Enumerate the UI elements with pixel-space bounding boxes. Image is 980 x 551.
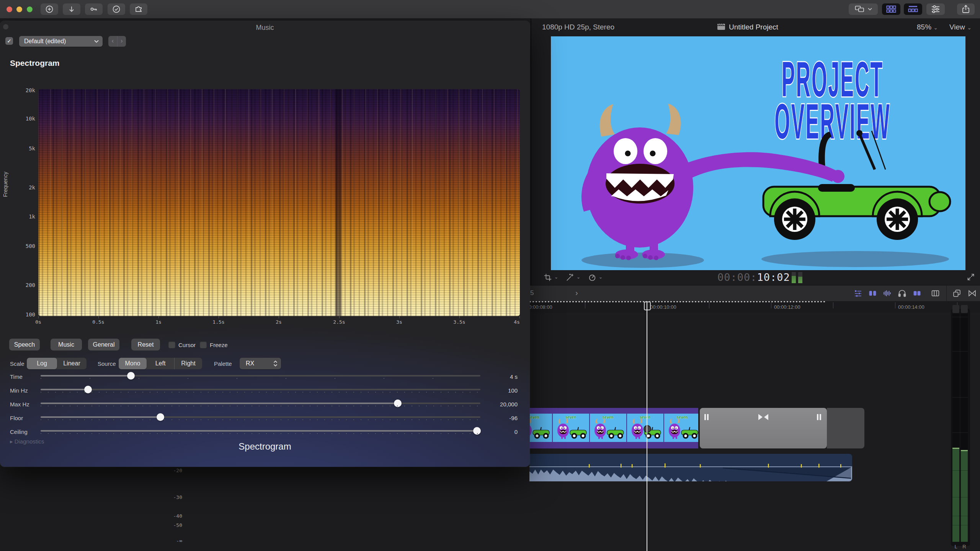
clip-range-dashes (529, 301, 826, 302)
bowtie-icon[interactable] (968, 289, 977, 298)
timeline-title-fragment: 5 (530, 289, 534, 297)
scale-segmented-control[interactable]: Log Linear (27, 358, 87, 369)
window-footer-title: Spectrogram (0, 441, 530, 452)
extensions-button[interactable] (130, 3, 147, 15)
slider-value: -96 (509, 415, 518, 421)
scale-linear-option[interactable]: Linear (57, 358, 87, 369)
slider-label: Time (10, 373, 23, 380)
y-tick: 500 (18, 243, 35, 249)
preset-nav-buttons[interactable]: ‹ › (108, 36, 126, 47)
playhead-line[interactable] (647, 302, 647, 551)
source-mono-option[interactable]: Mono (119, 358, 147, 369)
time-slider-row: Time 4 s (10, 371, 518, 384)
meter-tick: -20 (167, 468, 182, 473)
floor-slider[interactable] (41, 416, 480, 418)
effects-wand-button[interactable] (566, 273, 574, 282)
preset-dropdown[interactable]: Default (edited) (19, 36, 103, 47)
spectrogram-plot[interactable] (38, 89, 520, 316)
gap-clip[interactable] (700, 408, 827, 448)
speech-preset-button[interactable]: Speech (9, 339, 40, 350)
audio-clip[interactable] (529, 454, 852, 481)
crop-tool-button[interactable] (544, 273, 552, 282)
meter-tick: -50 (167, 522, 182, 528)
timeline-index-icon (908, 5, 918, 13)
y-tick: 5k (18, 145, 35, 152)
canvas-artwork: PROJECT OVERVIEW (551, 36, 965, 270)
trim-tool-button[interactable] (868, 289, 877, 298)
mini-audio-meter-right[interactable] (798, 272, 802, 283)
browser-grid-icon (886, 5, 896, 13)
preset-forward-button[interactable]: › (118, 36, 126, 47)
x-tick: 1.5s (212, 319, 224, 325)
max-hz-slider[interactable] (41, 403, 480, 404)
background-tasks-button[interactable] (108, 3, 125, 15)
preset-back-button[interactable]: ‹ (108, 36, 118, 47)
snapping-button[interactable] (913, 289, 921, 298)
x-tick: 2.5s (333, 319, 345, 325)
x-tick: 3.5s (453, 319, 465, 325)
palette-label: Palette (214, 360, 232, 367)
expand-icon[interactable] (967, 273, 975, 281)
plus-circle-button[interactable] (41, 3, 58, 15)
ceiling-slider[interactable] (41, 430, 480, 432)
import-button[interactable] (63, 3, 80, 15)
palette-dropdown[interactable]: RX (240, 358, 281, 369)
playhead-knob[interactable] (644, 425, 651, 433)
preset-dropdown-value: Default (edited) (24, 38, 66, 45)
freeze-checkbox[interactable] (200, 341, 207, 348)
keywords-button[interactable] (85, 3, 103, 15)
minimize-window-button[interactable] (16, 7, 22, 12)
key-icon (89, 5, 98, 14)
headphones-icon[interactable] (898, 289, 906, 298)
project-title: Untitled Project (729, 23, 778, 31)
pause-mark-icon (704, 414, 706, 420)
y-tick: 20k (18, 87, 35, 93)
meter-tick: -30 (167, 494, 182, 500)
cursor-checkbox[interactable] (168, 341, 175, 348)
scale-log-option[interactable]: Log (27, 358, 57, 369)
timecode-display[interactable]: 00:00:10:02 (717, 271, 790, 283)
min-hz-slider[interactable] (41, 389, 480, 390)
viewer-view-menu[interactable]: View ⌄ (949, 23, 972, 31)
pause-mark-icon (817, 414, 818, 420)
workspaces-button[interactable] (849, 3, 878, 15)
source-label: Source (98, 360, 116, 367)
browser-toggle-button[interactable] (882, 3, 900, 15)
project-format-info: 1080p HD 25p, Stereo (542, 23, 614, 31)
secondary-gap-clip[interactable] (827, 408, 864, 448)
car-shadow (761, 251, 949, 267)
spectrogram-window[interactable]: Music ✓ Default (edited) ‹ › Spectrogram… (0, 21, 530, 467)
viewer-zoom-control[interactable]: 85% ⌄ (917, 23, 938, 31)
chevron-down-icon[interactable]: ⌄ (554, 274, 558, 280)
chevron-down-icon[interactable]: ⌄ (599, 274, 603, 280)
timeline-toggle-button[interactable] (904, 3, 922, 15)
source-left-option[interactable]: Left (147, 358, 175, 369)
timeline-expand-chevron[interactable]: › (575, 289, 578, 297)
clip-appearance-button[interactable] (931, 289, 940, 298)
duplicate-timeline-button[interactable] (952, 289, 961, 298)
index-button[interactable] (854, 289, 862, 298)
meter-tick: -40 (167, 513, 182, 519)
audio-skimming-button[interactable] (883, 289, 892, 298)
general-preset-button[interactable]: General (88, 339, 119, 350)
viewer-canvas: PROJECT OVERVIEW (551, 36, 965, 270)
music-preset-button[interactable]: Music (51, 339, 82, 350)
preset-enable-checkbox[interactable]: ✓ (5, 37, 13, 45)
share-button[interactable] (957, 3, 975, 15)
mini-audio-meter-left[interactable] (792, 272, 796, 283)
close-window-button[interactable] (7, 7, 12, 12)
zoom-window-button[interactable] (27, 7, 33, 12)
reset-button[interactable]: Reset (131, 339, 160, 350)
inspector-toggle-button[interactable] (926, 3, 945, 15)
palette-dropdown-value: RX (246, 360, 254, 367)
chevron-down-icon[interactable]: ⌄ (577, 274, 580, 280)
top-toolbar (0, 0, 980, 19)
retime-button[interactable] (588, 273, 596, 282)
source-segmented-control[interactable]: Mono Left Right (119, 358, 202, 369)
time-slider[interactable] (41, 375, 480, 377)
video-clip[interactable] (529, 408, 698, 448)
playhead-handle[interactable] (644, 302, 651, 310)
source-right-option[interactable]: Right (175, 358, 202, 369)
app-window: 1080p HD 25p, Stereo Untitled Project 85… (0, 0, 980, 551)
y-tick: 1k (18, 214, 35, 220)
